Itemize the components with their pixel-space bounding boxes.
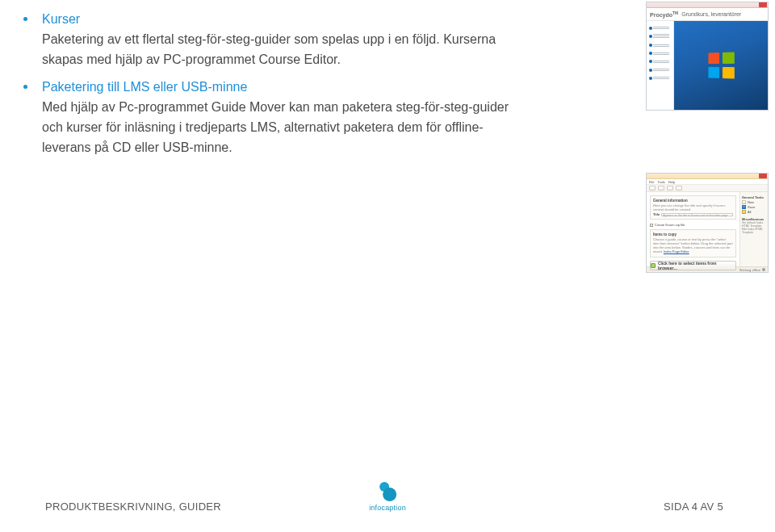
side-item-label: New — [748, 200, 754, 204]
step-dot-icon — [649, 27, 652, 30]
main-panel: General information Here you can change … — [647, 192, 739, 266]
list-item: Kurser Paketering av ett flertal steg-fö… — [18, 10, 647, 69]
side-item-all: All — [742, 210, 766, 214]
window-titlebar — [647, 2, 768, 8]
general-info-panel: General information Here you can change … — [650, 195, 736, 220]
plus-icon — [651, 263, 656, 268]
window-titlebar — [647, 174, 768, 179]
infocaption-logo-icon — [379, 481, 396, 502]
brand-text: Procydo — [650, 12, 672, 18]
panel-subtext: Here you can change the title and specif… — [653, 203, 733, 212]
step-item — [648, 41, 672, 48]
bullet-dot-icon — [23, 17, 27, 21]
brand-label: ProcydoTM — [650, 10, 678, 18]
side-item-save: Save — [742, 205, 766, 209]
step-item — [648, 66, 672, 73]
side-misc-text: Set default Index HTML Template — [742, 221, 766, 228]
save-icon — [742, 205, 746, 209]
list-item: Paketering till LMS eller USB-minne Med … — [18, 77, 647, 157]
menu-help: Help — [668, 180, 675, 184]
toolbar-button-icon — [676, 186, 682, 191]
toolbar-button-icon — [658, 186, 664, 191]
step-item — [648, 32, 672, 40]
step-dot-icon — [649, 60, 652, 63]
toolbar-button-icon — [649, 186, 656, 191]
step-dot-icon — [649, 44, 652, 47]
checkbox-label: Create Scorm zip file — [655, 223, 685, 227]
footer-left-text: PRODUKTBESKRIVNING, GUIDER — [45, 501, 221, 513]
windows-logo-icon — [708, 52, 734, 78]
trademark-symbol: TM — [672, 10, 678, 15]
step-item — [648, 58, 672, 65]
step-dot-icon — [649, 77, 652, 80]
step-dot-icon — [649, 35, 652, 38]
toolbar — [647, 185, 768, 192]
toolbar-button-icon — [667, 186, 673, 191]
status-dot-icon — [762, 268, 765, 271]
side-item-label: Save — [748, 205, 755, 209]
player-body — [647, 21, 768, 110]
bullet-body: Paketering av ett flertal steg-för-steg-… — [42, 30, 526, 70]
field-label: Title — [653, 212, 660, 216]
step-item — [648, 74, 672, 81]
thumbnail-course-player: ProcydoTM Grundkurs, leverantörer — [646, 2, 769, 111]
side-item-new: New — [742, 200, 766, 204]
all-icon — [742, 210, 746, 214]
close-icon — [759, 174, 767, 178]
status-text: Working offline — [739, 268, 760, 272]
course-title: Grundkurs, leverantörer — [681, 11, 741, 17]
bullet-dot-icon — [23, 85, 27, 89]
panel-heading: Items to copy — [653, 232, 733, 237]
bullet-heading: Paketering till LMS eller USB-minne — [42, 77, 647, 98]
player-canvas — [674, 21, 768, 110]
side-item-label: All — [748, 210, 751, 214]
step-item — [648, 24, 672, 31]
step-dot-icon — [649, 52, 652, 55]
select-items-label: Click here to select items from browser… — [658, 261, 735, 270]
footer-logo: infocaption — [369, 481, 406, 512]
checkbox-icon — [650, 224, 653, 227]
select-items-button: Click here to select items from browser… — [650, 261, 736, 270]
panel-heading: General information — [653, 199, 733, 203]
app-body: General information Here you can change … — [647, 192, 768, 266]
document-content: Kurser Paketering av ett flertal steg-fö… — [18, 10, 647, 166]
thumbnail-guide-mover: File Tools Help General information Here… — [646, 173, 769, 273]
items-panel: Items to copy Choose a guide, course or … — [650, 229, 736, 258]
step-list — [647, 21, 674, 110]
bullet-heading: Kurser — [42, 10, 647, 30]
step-dot-icon — [649, 69, 652, 72]
menu-file: File — [649, 180, 654, 184]
title-input: Appears as the title in Scorm and on the… — [661, 213, 733, 216]
new-icon — [742, 200, 746, 204]
menubar: File Tools Help — [647, 179, 768, 185]
bullet-body: Med hjälp av Pc-programmet Guide Mover k… — [42, 98, 526, 157]
player-header: ProcydoTM Grundkurs, leverantörer — [647, 8, 768, 21]
index-editor-link: Index Page Editor — [664, 249, 689, 253]
close-icon — [759, 2, 767, 7]
side-panel: General Tasks New Save All Miscellaneous… — [739, 192, 768, 266]
footer-page-number: SIDA 4 AV 5 — [664, 501, 723, 513]
title-field-row: Title Appears as the title in Scorm and … — [653, 212, 733, 216]
panel-subtext: Choose a guide, course or test by press … — [653, 237, 733, 253]
side-heading: General Tasks — [742, 195, 766, 199]
bullet-list: Kurser Paketering av ett flertal steg-fö… — [18, 10, 647, 158]
page-footer: PRODUKTBESKRIVNING, GUIDER infocaption S… — [0, 480, 775, 513]
side-misc-text: Edit Index HTML Template — [742, 228, 766, 234]
menu-tools: Tools — [657, 180, 664, 184]
footer-brand-text: infocaption — [369, 504, 406, 512]
scorm-checkbox-row: Create Scorm zip file — [650, 223, 736, 227]
step-item — [648, 50, 672, 57]
